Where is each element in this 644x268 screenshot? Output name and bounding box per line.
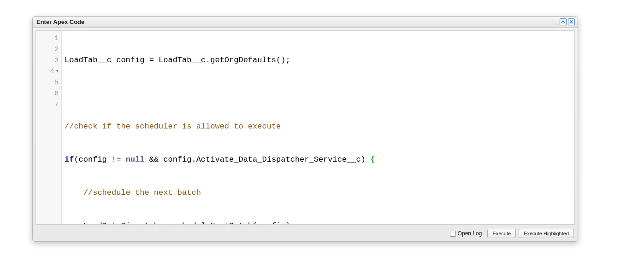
- code-line: //schedule the next batch: [65, 187, 574, 198]
- titlebar-icons: [560, 18, 575, 25]
- line-number: 6: [36, 88, 61, 99]
- code-null: null: [126, 155, 145, 164]
- dialog-footer: Open Log Execute Execute Highlighted: [33, 227, 578, 241]
- line-number-text: 5: [54, 79, 59, 87]
- line-number-text: 6: [54, 90, 59, 98]
- code-comment: //check if the scheduler is allowed to e…: [65, 122, 281, 131]
- line-number-text: 7: [54, 101, 59, 109]
- line-number-text: 1: [54, 35, 59, 42]
- code-keyword: if: [65, 155, 74, 164]
- code-text: LoadTab__c config = LoadTab__c.getOrgDef…: [65, 56, 290, 64]
- code-line: //check if the scheduler is allowed to e…: [65, 121, 574, 132]
- line-number: 3: [36, 55, 61, 66]
- line-number: 2: [36, 44, 61, 55]
- code-brace: {: [370, 155, 375, 164]
- line-number: 5: [36, 77, 61, 88]
- checkbox-box[interactable]: [450, 231, 456, 237]
- execute-highlighted-button[interactable]: Execute Highlighted: [519, 229, 574, 238]
- open-log-label: Open Log: [458, 230, 482, 237]
- code-text: && config.Activate_Data_Dispatcher_Servi…: [144, 155, 370, 164]
- line-number: 1: [36, 33, 61, 44]
- apex-dialog: Enter Apex Code 1 2 3 4▼ 5 6 7 LoadTab__…: [32, 16, 578, 242]
- code-text: (config !=: [74, 155, 125, 164]
- code-line: LoadTab__c config = LoadTab__c.getOrgDef…: [65, 55, 574, 66]
- code-area[interactable]: LoadTab__c config = LoadTab__c.getOrgDef…: [62, 31, 574, 224]
- button-label: Execute Highlighted: [524, 231, 569, 236]
- code-editor[interactable]: 1 2 3 4▼ 5 6 7 LoadTab__c config = LoadT…: [35, 30, 575, 225]
- line-number-text: 3: [54, 57, 59, 64]
- code-indent: [65, 188, 83, 197]
- code-line: if(config != null && config.Activate_Dat…: [65, 154, 574, 165]
- code-text: LoadDataDispatcher.scheduleNextBatch(con…: [83, 221, 295, 225]
- code-comment: //schedule the next batch: [83, 188, 201, 197]
- dialog-title: Enter Apex Code: [36, 18, 84, 25]
- collapse-icon[interactable]: [560, 18, 567, 25]
- line-number: 4▼: [36, 66, 61, 77]
- code-indent: [65, 221, 83, 225]
- execute-button[interactable]: Execute: [487, 229, 516, 238]
- line-number-text: 2: [54, 46, 59, 53]
- fold-marker-icon[interactable]: ▼: [56, 70, 59, 74]
- line-number-text: 4: [50, 68, 54, 76]
- dialog-titlebar: Enter Apex Code: [33, 17, 578, 28]
- button-label: Execute: [492, 231, 511, 236]
- code-line: [65, 88, 574, 99]
- close-icon[interactable]: [568, 18, 575, 25]
- line-number: 7: [36, 99, 61, 110]
- line-gutter: 1 2 3 4▼ 5 6 7: [36, 31, 62, 224]
- code-line: LoadDataDispatcher.scheduleNextBatch(con…: [65, 221, 574, 225]
- open-log-checkbox[interactable]: Open Log: [450, 230, 482, 237]
